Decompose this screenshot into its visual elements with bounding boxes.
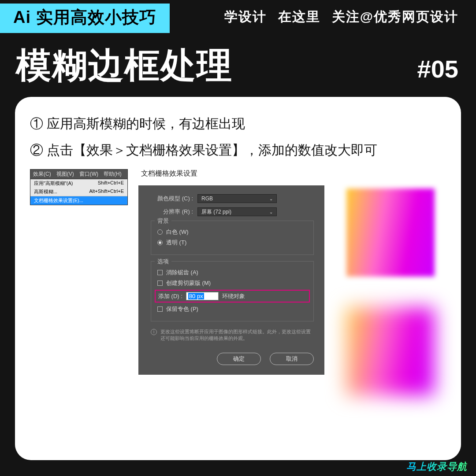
background-legend: 背景: [155, 217, 171, 225]
swatch-after: [346, 307, 435, 395]
background-group: 背景 白色 (W) 透明 (T): [151, 221, 314, 255]
checkbox-icon: [157, 306, 163, 312]
add-suffix: 环绕对象: [222, 292, 245, 300]
content-card: ① 应用高斯模糊的时候，有边框出现 ② 点击【效果＞文档栅格效果设置】，添加的数…: [15, 97, 461, 460]
antialias-checkbox[interactable]: 消除锯齿 (A): [157, 269, 307, 277]
menu-bar: 效果(C) 视图(V) 窗口(W) 帮助(H): [30, 170, 127, 179]
radio-icon: [157, 240, 163, 245]
bg-white-radio[interactable]: 白色 (W): [157, 228, 307, 236]
info-icon: i: [151, 329, 157, 335]
menu-window[interactable]: 窗口(W): [77, 170, 101, 179]
checkbox-icon: [157, 270, 163, 275]
slogan-1: 学设计: [224, 8, 267, 26]
menu-effect[interactable]: 效果(C): [30, 170, 54, 179]
cancel-button[interactable]: 取消: [270, 353, 314, 365]
info-note: i 更改这些设置将断开应用于图像的图形样式链接。此外，更改这些设置还可能影响当前…: [151, 328, 314, 342]
options-group: 选项 消除锯齿 (A) 创建剪切蒙版 (M) 添加 (D) : 80 px: [151, 261, 314, 321]
bg-transparent-radio[interactable]: 透明 (T): [157, 239, 307, 247]
ok-button[interactable]: 确定: [217, 353, 261, 365]
swatch-before: [346, 188, 435, 277]
chevron-down-icon: ⌄: [269, 196, 273, 201]
resolution-label: 分辨率 (R) :: [151, 208, 193, 216]
slogan-2: 在这里: [278, 8, 320, 26]
page-title: 模糊边框处理: [16, 42, 233, 90]
watermark: 马上收录导航: [406, 460, 467, 473]
checkbox-icon: [157, 280, 163, 286]
menu-help[interactable]: 帮助(H): [101, 170, 124, 179]
raster-effects-dialog: 颜色模型 (C) : RGB ⌄ 分辨率 (R) : 屏幕 (72 ppi) ⌄…: [138, 185, 324, 375]
add-padding-input[interactable]: 80 px: [186, 292, 219, 300]
add-label: 添加 (D) :: [158, 292, 182, 300]
menu-snippet: 效果(C) 视图(V) 窗口(W) 帮助(H) 应用"高斯模糊"(A) Shif…: [30, 169, 128, 205]
chevron-down-icon: ⌄: [269, 210, 273, 214]
menu-item-gaussian-blur[interactable]: 高斯模糊... Alt+Shift+Ctrl+E: [30, 188, 127, 196]
resolution-select[interactable]: 屏幕 (72 ppi) ⌄: [197, 207, 277, 216]
menu-item-raster-settings[interactable]: 文档栅格效果设置(E)...: [30, 196, 127, 205]
dialog-title: 文档栅格效果设置: [141, 169, 324, 178]
radio-icon: [157, 229, 163, 235]
color-model-label: 颜色模型 (C) :: [151, 195, 193, 203]
header-slogans: 学设计 在这里 关注@优秀网页设计: [224, 8, 458, 26]
color-model-select[interactable]: RGB ⌄: [197, 194, 277, 203]
preview-swatches: [335, 169, 446, 395]
menu-item-apply-blur[interactable]: 应用"高斯模糊"(A) Shift+Ctrl+E: [30, 179, 127, 188]
step-1: ① 应用高斯模糊的时候，有边框出现: [30, 114, 446, 133]
clip-mask-checkbox[interactable]: 创建剪切蒙版 (M): [157, 279, 307, 287]
slogan-3: 关注@优秀网页设计: [332, 8, 458, 26]
add-padding-row: 添加 (D) : 80 px 环绕对象: [155, 290, 310, 303]
options-legend: 选项: [155, 258, 171, 266]
preserve-spot-checkbox[interactable]: 保留专色 (P): [157, 305, 307, 313]
tip-number: #05: [417, 55, 458, 83]
header-banner: Ai 实用高效小技巧: [0, 4, 170, 33]
menu-view[interactable]: 视图(V): [54, 170, 77, 179]
step-2: ② 点击【效果＞文档栅格效果设置】，添加的数值改大即可: [30, 141, 446, 159]
